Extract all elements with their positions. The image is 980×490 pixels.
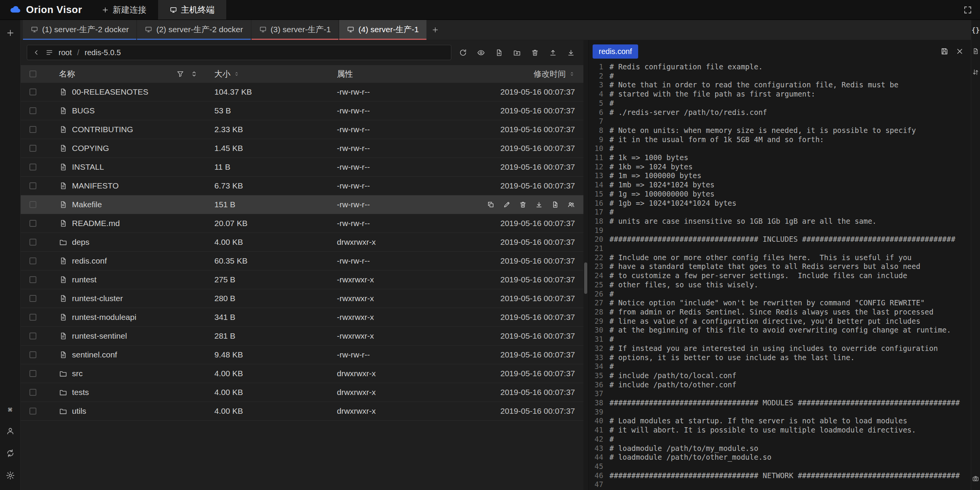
table-row[interactable]: src4.00 KBdrwxrwxr-x2019-05-16 00:07:37 [21, 364, 583, 383]
code-line: 43# loadmodule /path/to/my_module.so [589, 444, 971, 453]
column-header-name[interactable]: 名称 [45, 69, 214, 79]
list-view-icon[interactable] [46, 49, 53, 56]
row-checkbox[interactable] [29, 220, 36, 227]
line-number: 2 [589, 72, 609, 81]
table-row[interactable]: INSTALL11 B-rw-rw-r--2019-05-16 00:07:37 [21, 158, 583, 177]
trash-button[interactable] [529, 47, 541, 58]
table-row[interactable]: MANIFESTO6.73 KB-rw-rw-r--2019-05-16 00:… [21, 177, 583, 195]
save-icon[interactable] [940, 47, 949, 56]
doc-icon [59, 313, 67, 321]
row-checkbox[interactable] [29, 107, 36, 114]
row-checkbox[interactable] [29, 126, 36, 133]
breadcrumb-root[interactable]: root [59, 48, 72, 57]
row-checkbox[interactable] [29, 182, 36, 189]
file-modified-time: 2019-05-16 00:07:37 [463, 406, 583, 416]
folder-plus-button[interactable] [511, 47, 523, 58]
scrollbar-thumb[interactable] [584, 262, 587, 294]
line-number: 33 [589, 353, 609, 362]
command-button[interactable]: ⌘ [7, 405, 14, 415]
filter-funnel-icon[interactable] [176, 70, 185, 78]
gear-button[interactable] [4, 469, 16, 482]
new-connection-button[interactable]: 新建连接 [90, 0, 158, 20]
table-row[interactable]: utils4.00 KBdrwxrwxr-x2019-05-16 00:07:3… [21, 402, 583, 421]
table-row[interactable]: runtest-sentinel281 B-rwxrwxr-x2019-05-1… [21, 327, 583, 346]
copy-action-icon[interactable] [487, 201, 495, 208]
code-editor-area[interactable]: 1# Redis configuration file example.2#3#… [589, 62, 971, 490]
camera-button[interactable] [970, 474, 980, 484]
sort-icon[interactable] [190, 70, 198, 78]
line-number: 46 [589, 471, 609, 480]
trash-action-icon[interactable] [519, 201, 527, 208]
row-checkbox[interactable] [29, 370, 36, 377]
code-text: # 1k => 1000 bytes [609, 153, 688, 162]
table-row[interactable]: runtest-moduleapi341 B-rwxrwxr-x2019-05-… [21, 308, 583, 327]
braces-button[interactable]: {} [970, 25, 980, 35]
line-number: 7 [589, 117, 609, 126]
terminal-tab[interactable]: (3) server-生产-1 [252, 20, 339, 40]
upload-button[interactable] [547, 47, 559, 58]
row-checkbox[interactable] [29, 276, 36, 283]
row-checkbox[interactable] [29, 239, 36, 246]
person-button[interactable] [4, 425, 16, 437]
editor-file-tab[interactable]: redis.conf [593, 44, 638, 59]
column-header-modified[interactable]: 修改时间 [463, 69, 583, 79]
row-checkbox[interactable] [29, 88, 36, 95]
refresh-button[interactable] [457, 47, 469, 58]
row-checkbox[interactable] [29, 295, 36, 302]
eye-button[interactable] [475, 47, 487, 58]
row-checkbox[interactable] [29, 351, 36, 358]
code-line: 3# Note that in order to read the config… [589, 80, 971, 90]
file-name: deps [72, 238, 90, 247]
table-row[interactable]: 00-RELEASENOTES104.37 KB-rw-rw-r--2019-0… [21, 83, 583, 102]
users-action-icon[interactable] [567, 201, 575, 208]
host-terminal-tab[interactable]: 主机终端 [158, 0, 226, 20]
row-checkbox[interactable] [29, 408, 36, 415]
sync-button[interactable] [4, 447, 16, 459]
file-modified-time: 2019-05-16 00:07:37 [463, 125, 583, 134]
table-row[interactable]: README.md20.07 KB-rw-rw-r--2019-05-16 00… [21, 214, 583, 233]
table-row[interactable]: deps4.00 KBdrwxrwxr-x2019-05-16 00:07:37 [21, 233, 583, 252]
close-icon[interactable] [956, 47, 964, 56]
swap-button[interactable] [970, 67, 980, 77]
code-text: # options, it is better to use include a… [609, 353, 855, 362]
breadcrumb-current[interactable]: redis-5.0.5 [85, 48, 121, 57]
code-text: # other files, so use this wisely. [609, 280, 758, 290]
row-checkbox[interactable] [29, 314, 36, 321]
file-plus-button[interactable] [493, 47, 505, 58]
sort-icon[interactable] [234, 70, 240, 78]
table-row[interactable]: sentinel.conf9.48 KB-rw-rw-r--2019-05-16… [21, 346, 583, 364]
table-row[interactable]: CONTRIBUTING2.33 KB-rw-rw-r--2019-05-16 … [21, 120, 583, 139]
terminal-tab[interactable]: (4) server-生产-1 [339, 20, 426, 40]
monitor-icon [145, 26, 152, 33]
download-action-icon[interactable] [535, 201, 543, 208]
pencil-action-icon[interactable] [503, 201, 511, 208]
table-row[interactable]: COPYING1.45 KB-rw-rw-r--2019-05-16 00:07… [21, 139, 583, 158]
file-modified-time: 2019-05-16 00:07:37 [463, 144, 583, 153]
terminal-tab[interactable]: (2) server-生产-2 docker [137, 20, 250, 40]
row-checkbox[interactable] [29, 389, 36, 396]
code-text: # units are case insensitive so 1GB 1Gb … [609, 217, 877, 226]
move-action-icon[interactable] [551, 201, 559, 208]
back-icon[interactable] [33, 49, 40, 56]
row-checkbox[interactable] [29, 257, 36, 264]
row-checkbox[interactable] [29, 145, 36, 152]
rail-new-connection-button[interactable] [4, 27, 16, 39]
add-terminal-tab-button[interactable] [426, 20, 444, 40]
download-button[interactable] [565, 47, 577, 58]
sort-icon[interactable] [569, 70, 575, 78]
table-row[interactable]: runtest275 B-rwxrwxr-x2019-05-16 00:07:3… [21, 270, 583, 289]
terminal-tab[interactable]: (1) server-生产-2 docker [23, 20, 136, 40]
file-size: 280 B [214, 294, 337, 303]
doc-button[interactable] [970, 46, 980, 56]
table-row[interactable]: Makefile151 B-rw-rw-r-- [21, 195, 583, 214]
row-checkbox[interactable] [29, 333, 36, 339]
row-checkbox[interactable] [29, 164, 36, 170]
table-row[interactable]: BUGS53 B-rw-rw-r--2019-05-16 00:07:37 [21, 102, 583, 120]
table-row[interactable]: redis.conf60.35 KB-rw-rw-r--2019-05-16 0… [21, 252, 583, 270]
row-checkbox[interactable] [29, 201, 36, 208]
table-row[interactable]: tests4.00 KBdrwxrwxr-x2019-05-16 00:07:3… [21, 383, 583, 402]
table-row[interactable]: runtest-cluster280 B-rwxrwxr-x2019-05-16… [21, 289, 583, 308]
column-header-size[interactable]: 大小 [214, 69, 337, 79]
select-all-checkbox[interactable] [29, 70, 36, 77]
fullscreen-button[interactable] [962, 4, 974, 16]
